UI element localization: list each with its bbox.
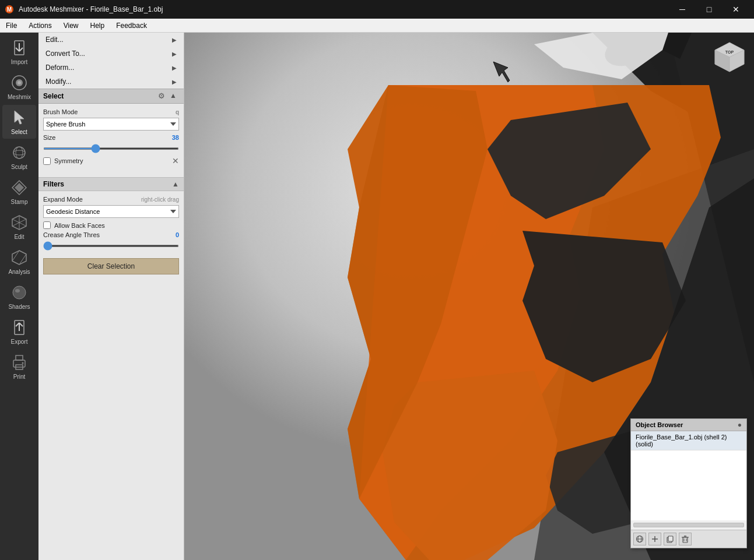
expand-mode-hint: right-click drag — [141, 196, 179, 203]
modify-arrow-icon: ▶ — [172, 79, 177, 85]
crease-angle-slider[interactable] — [43, 245, 179, 247]
menu-edit[interactable]: Edit... ▶ — [38, 33, 184, 47]
trash-icon — [681, 535, 689, 543]
filters-header: Filters ▲ — [38, 177, 184, 191]
tool-shaders[interactable]: Shaders — [2, 280, 36, 314]
tool-edit[interactable]: Edit — [2, 210, 36, 244]
svg-text:M: M — [7, 6, 12, 13]
nav-cube[interactable]: TOP — [712, 40, 747, 75]
brush-mode-shortcut: q — [176, 109, 179, 115]
menu-feedback[interactable]: Feedback — [110, 20, 153, 31]
allow-back-faces-checkbox[interactable] — [43, 221, 51, 229]
tool-export[interactable]: Export — [2, 315, 36, 348]
menu-modify[interactable]: Modify... ▶ — [38, 75, 184, 89]
import-icon — [10, 38, 29, 57]
restore-button[interactable]: □ — [696, 0, 723, 19]
menu-deform-label: Deform... — [45, 64, 74, 72]
brush-mode-select[interactable]: Sphere Brush Lasso Surface Lasso Unwrap — [43, 118, 179, 131]
titlebar-left: M Autodesk Meshmixer - Fiorile_Base_Bar_… — [5, 5, 163, 14]
tool-select-label: Select — [11, 129, 27, 135]
convert-arrow-icon: ▶ — [172, 51, 177, 57]
tool-meshmix-label: Meshmix — [8, 94, 31, 100]
tool-analysis-label: Analysis — [8, 269, 30, 275]
app-icon: M — [5, 5, 14, 14]
left-toolbar: Import Meshmix Select — [0, 33, 38, 560]
titlebar: M Autodesk Meshmixer - Fiorile_Base_Bar_… — [0, 0, 754, 19]
object-browser-footer — [631, 530, 746, 548]
tool-analysis[interactable]: Analysis — [2, 245, 36, 279]
tool-sculpt[interactable]: Sculpt — [2, 140, 36, 174]
panel-controls: ⚙ ▲ — [158, 91, 179, 101]
tool-select[interactable]: Select — [2, 105, 36, 139]
edit-icon — [10, 213, 29, 232]
size-slider[interactable] — [43, 147, 179, 150]
sculpt-icon — [10, 143, 29, 162]
tool-edit-label: Edit — [14, 234, 24, 240]
svg-marker-9 — [15, 111, 24, 124]
menu-help[interactable]: Help — [85, 20, 111, 31]
symmetry-label: Symmetry — [54, 157, 83, 164]
size-slider-container — [43, 143, 179, 152]
brush-mode-label: Brush Mode — [43, 108, 78, 115]
svg-text:TOP: TOP — [725, 50, 734, 54]
tool-import[interactable]: Import — [2, 35, 36, 69]
object-browser-close-icon[interactable]: ● — [738, 421, 742, 429]
symmetry-x-icon[interactable]: ✕ — [172, 156, 179, 165]
allow-back-faces-label: Allow Back Faces — [54, 222, 105, 229]
tool-stamp-label: Stamp — [11, 199, 28, 205]
svg-point-21 — [13, 286, 26, 299]
svg-point-11 — [16, 147, 23, 159]
viewport[interactable]: TOP Object Browser ● Fiorile_Base_Bar_1.… — [184, 33, 754, 560]
titlebar-controls: ─ □ ✕ — [669, 0, 749, 19]
size-label: Size — [43, 134, 55, 141]
tool-sculpt-label: Sculpt — [11, 164, 27, 170]
tool-import-label: Import — [11, 59, 27, 65]
tool-export-label: Export — [11, 339, 28, 345]
menu-file[interactable]: File — [0, 20, 23, 31]
menu-modify-label: Modify... — [45, 78, 71, 86]
analysis-icon — [10, 248, 29, 267]
collapse-icon[interactable]: ▲ — [170, 91, 179, 101]
expand-mode-select[interactable]: Geodesic Distance 3D Distance UV Distanc… — [43, 205, 179, 218]
menu-actions[interactable]: Actions — [23, 20, 57, 31]
object-browser-title: Object Browser — [636, 421, 683, 428]
close-button[interactable]: ✕ — [723, 0, 749, 19]
obj-browser-copy-button[interactable] — [664, 533, 676, 545]
brush-mode-row: Brush Mode q — [43, 108, 179, 115]
object-browser-content — [631, 450, 746, 520]
object-browser-header: Object Browser ● — [631, 419, 746, 431]
object-browser-item[interactable]: Fiorile_Base_Bar_1.obj (shell 2) (solid) — [631, 431, 746, 450]
minimize-button[interactable]: ─ — [669, 0, 696, 19]
size-value: 38 — [172, 134, 179, 141]
gear-icon[interactable]: ⚙ — [158, 91, 167, 101]
tool-meshmix[interactable]: Meshmix — [2, 70, 36, 104]
menu-edit-label: Edit... — [45, 36, 64, 44]
symmetry-row: Symmetry ✕ — [43, 156, 179, 165]
window-title: Autodesk Meshmixer - Fiorile_Base_Bar_1.… — [19, 5, 163, 13]
expand-mode-label: Expand Mode — [43, 196, 83, 203]
shaders-icon — [10, 283, 29, 302]
stamp-icon — [10, 178, 29, 197]
svg-point-10 — [13, 147, 25, 159]
clear-selection-button[interactable]: Clear Selection — [43, 258, 179, 274]
svg-rect-59 — [668, 536, 673, 541]
svg-point-30 — [22, 362, 24, 364]
main-layout: Import Meshmix Select — [0, 33, 754, 560]
edit-arrow-icon: ▶ — [172, 37, 177, 43]
tool-stamp[interactable]: Stamp — [2, 175, 36, 209]
obj-browser-add-button[interactable] — [648, 533, 661, 545]
copy-icon — [666, 535, 674, 543]
menu-convert[interactable]: Convert To... ▶ — [38, 47, 184, 61]
obj-browser-delete-button[interactable] — [679, 533, 692, 545]
object-browser-scrollbar[interactable] — [633, 523, 744, 527]
menu-deform[interactable]: Deform... ▶ — [38, 61, 184, 75]
tool-shaders-label: Shaders — [8, 304, 30, 310]
crease-slider-container — [43, 241, 179, 249]
select-panel-header: Select ⚙ ▲ — [38, 89, 184, 104]
symmetry-checkbox[interactable] — [43, 157, 51, 165]
tool-print[interactable]: Print — [2, 350, 36, 383]
filters-collapse-icon[interactable]: ▲ — [172, 180, 179, 188]
menu-view[interactable]: View — [58, 20, 85, 31]
obj-browser-globe-button[interactable] — [633, 533, 646, 545]
export-icon — [10, 318, 29, 337]
